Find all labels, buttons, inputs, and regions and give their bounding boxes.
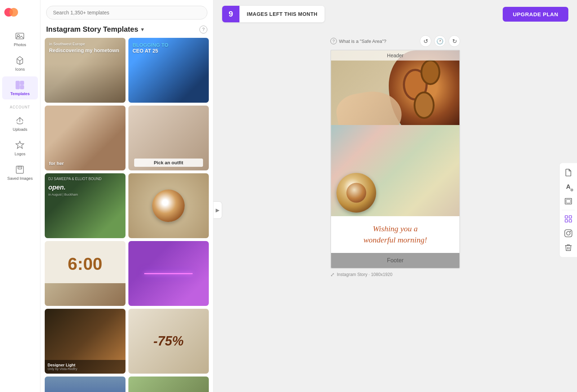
main-area: 9 IMAGES LEFT THIS MONTH UPGRADE PLAN ▶ … xyxy=(213,0,577,392)
icons-label: Icons xyxy=(15,67,25,71)
app-logo xyxy=(0,6,40,19)
search-input[interactable] xyxy=(46,6,207,19)
canvas-header[interactable]: Header xyxy=(331,50,459,61)
template-card-11[interactable] xyxy=(45,377,125,392)
saved-images-icon xyxy=(15,165,25,175)
instagram-tool-button[interactable] xyxy=(562,227,575,240)
undo-button[interactable]: ↺ xyxy=(420,35,431,47)
images-left-label: IMAGES LEFT THIS MONTH xyxy=(239,8,325,21)
file-tool-button[interactable] xyxy=(562,166,575,179)
search-bar-wrap xyxy=(40,0,213,25)
sidebar-item-photos[interactable]: Photos xyxy=(2,27,38,50)
template-card-5[interactable]: DJ SAMEEPA & ELLIOT BOUND open. in Augus… xyxy=(45,173,125,238)
images-count: 9 xyxy=(222,6,239,22)
template-category-title: Instagram Story Templates xyxy=(46,25,138,34)
sidebar-item-icons[interactable]: Icons xyxy=(2,52,38,75)
template-header: Instagram Story Templates ▾ ? xyxy=(40,25,213,38)
images-left-badge: 9 IMAGES LEFT THIS MONTH xyxy=(222,6,325,22)
template-card-10[interactable]: -75% xyxy=(128,309,209,374)
uploads-label: Uploads xyxy=(13,127,27,132)
pick-outfit-label: Pick an outfit xyxy=(134,159,203,167)
sidebar-item-templates[interactable]: Templates xyxy=(2,76,38,99)
upgrade-plan-button[interactable]: UPGRADE PLAN xyxy=(503,7,568,22)
template-card-2[interactable]: BLOGGING TO CEO AT 25 xyxy=(128,38,209,103)
uploads-icon xyxy=(15,116,25,126)
template-card-6[interactable] xyxy=(128,173,209,238)
template-card-7[interactable]: 6:00 xyxy=(45,241,125,306)
sidebar: Photos Icons Templates xyxy=(0,0,40,392)
frame-tool-button[interactable] xyxy=(562,195,575,208)
collapse-panel-button[interactable]: ▶ xyxy=(213,201,222,219)
saved-images-label: Saved Images xyxy=(7,176,32,181)
canvas-container: ? What is a "Safe Area"? ↺ 🕐 ↻ Header xyxy=(330,35,460,277)
right-tool-panel: A ⚙ xyxy=(559,163,577,258)
canvas-dimensions-label: Instagram Story · 1080x1920 xyxy=(337,272,392,277)
svg-rect-13 xyxy=(566,200,571,203)
template-card-9[interactable]: Designer Light Only by Vista-Redfry xyxy=(45,309,125,374)
wishing-line1: Wishing you a xyxy=(373,224,418,233)
svg-point-1 xyxy=(9,8,18,17)
templates-icon xyxy=(15,80,25,90)
icons-icon xyxy=(15,55,25,66)
svg-rect-18 xyxy=(565,230,572,237)
sidebar-item-uploads[interactable]: Uploads xyxy=(2,112,38,135)
sidebar-item-logos[interactable]: Logos xyxy=(2,137,38,160)
canvas-top-controls: ? What is a "Safe Area"? ↺ 🕐 ↻ xyxy=(330,35,460,47)
canvas-text-area: Wishing you a wonderful morning! xyxy=(331,216,459,253)
history-button[interactable]: 🕐 xyxy=(434,35,446,47)
photos-label: Photos xyxy=(14,43,26,47)
canvas-footer[interactable]: Footer xyxy=(331,253,459,268)
template-card-8[interactable] xyxy=(128,241,209,306)
canvas-area: ▶ ? What is a "Safe Area"? ↺ 🕐 ↻ xyxy=(213,28,577,392)
templates-label: Templates xyxy=(10,92,30,96)
template-card-4[interactable]: Pick an outfit xyxy=(128,106,209,170)
template-card-1[interactable]: in Southwest Europe Rediscovering my hom… xyxy=(45,38,125,103)
safe-area-help-icon: ? xyxy=(330,38,337,44)
canvas-wishing-text: Wishing you a wonderful morning! xyxy=(337,223,454,246)
logos-icon xyxy=(15,140,25,150)
svg-point-20 xyxy=(570,231,571,232)
stencil-logo-icon xyxy=(4,6,19,19)
delete-tool-button[interactable] xyxy=(562,241,575,254)
account-section-label: ACCOUNT xyxy=(10,105,30,109)
sidebar-item-saved-images[interactable]: Saved Images xyxy=(2,161,38,184)
template-card-3[interactable]: for her xyxy=(45,106,125,170)
template-panel: Instagram Story Templates ▾ ? in Southwe… xyxy=(40,0,213,392)
safe-area-text: What is a "Safe Area"? xyxy=(339,39,386,44)
canvas-bottom-info: ⤢ Instagram Story · 1080x1920 xyxy=(330,272,460,277)
grid-tool-button[interactable] xyxy=(562,213,575,226)
svg-rect-6 xyxy=(20,81,24,85)
tool-divider xyxy=(562,210,575,210)
svg-rect-16 xyxy=(565,220,568,222)
svg-rect-15 xyxy=(569,216,572,218)
expand-icon: ⤢ xyxy=(330,272,335,277)
svg-rect-10 xyxy=(18,166,22,169)
canvas-action-buttons: ↺ 🕐 ↻ xyxy=(420,35,460,47)
template-card-12[interactable]: SWIPE UP xyxy=(128,377,209,392)
svg-point-19 xyxy=(567,232,570,235)
dropdown-arrow-icon[interactable]: ▾ xyxy=(141,26,144,33)
svg-rect-5 xyxy=(16,81,19,89)
svg-rect-14 xyxy=(565,216,568,218)
canvas-frame: Header xyxy=(330,50,460,269)
redo-button[interactable]: ↻ xyxy=(449,35,460,47)
canvas-image-area: Header xyxy=(331,50,459,216)
help-button[interactable]: ? xyxy=(199,26,207,34)
svg-marker-8 xyxy=(16,141,24,148)
logos-label: Logos xyxy=(15,152,26,156)
top-bar: 9 IMAGES LEFT THIS MONTH UPGRADE PLAN xyxy=(213,0,577,28)
photos-icon xyxy=(15,31,25,41)
wishing-line2: wonderful morning! xyxy=(364,235,427,244)
template-grid: in Southwest Europe Rediscovering my hom… xyxy=(40,38,213,392)
safe-area-info[interactable]: ? What is a "Safe Area"? xyxy=(330,38,386,44)
text-tool-button[interactable]: A ⚙ xyxy=(562,181,575,193)
svg-rect-7 xyxy=(20,85,24,89)
svg-rect-17 xyxy=(569,220,572,222)
sidebar-nav: Photos Icons Templates xyxy=(0,27,40,386)
